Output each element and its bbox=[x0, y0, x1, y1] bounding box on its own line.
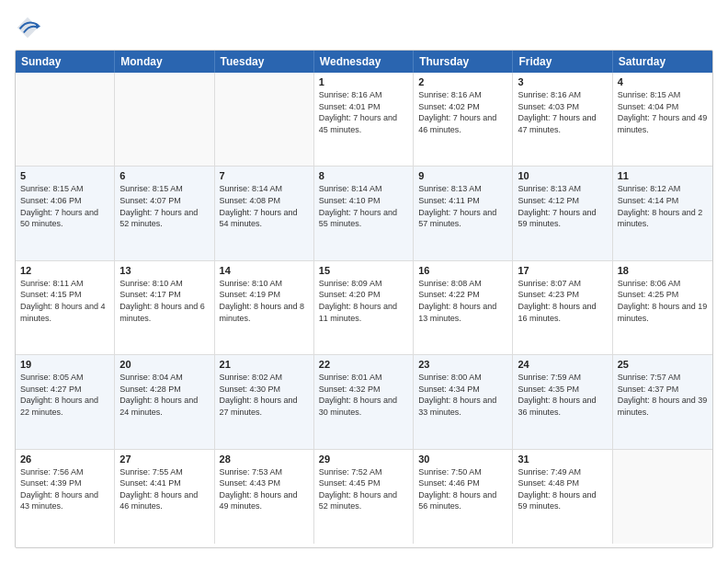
day-cell-5: 5Sunrise: 8:15 AM Sunset: 4:06 PM Daylig… bbox=[16, 167, 115, 259]
day-cell-21: 21Sunrise: 8:02 AM Sunset: 4:30 PM Dayli… bbox=[215, 355, 314, 448]
day-number: 4 bbox=[618, 76, 708, 87]
day-info: Sunrise: 8:12 AM Sunset: 4:14 PM Dayligh… bbox=[618, 183, 708, 229]
day-cell-20: 20Sunrise: 8:04 AM Sunset: 4:28 PM Dayli… bbox=[115, 355, 214, 448]
header-day-monday: Monday bbox=[115, 51, 214, 73]
day-cell-22: 22Sunrise: 8:01 AM Sunset: 4:32 PM Dayli… bbox=[314, 355, 414, 448]
day-number: 31 bbox=[518, 454, 607, 465]
empty-cell bbox=[16, 73, 115, 166]
day-number: 26 bbox=[20, 454, 109, 465]
day-cell-11: 11Sunrise: 8:12 AM Sunset: 4:14 PM Dayli… bbox=[613, 167, 712, 259]
day-number: 7 bbox=[220, 170, 309, 181]
empty-cell bbox=[215, 73, 314, 166]
day-number: 23 bbox=[418, 359, 507, 370]
day-cell-29: 29Sunrise: 7:52 AM Sunset: 4:45 PM Dayli… bbox=[314, 450, 414, 544]
day-info: Sunrise: 8:06 AM Sunset: 4:25 PM Dayligh… bbox=[618, 278, 708, 324]
day-info: Sunrise: 8:00 AM Sunset: 4:34 PM Dayligh… bbox=[418, 372, 507, 418]
day-cell-10: 10Sunrise: 8:13 AM Sunset: 4:12 PM Dayli… bbox=[513, 167, 612, 259]
day-number: 30 bbox=[418, 454, 507, 465]
day-number: 6 bbox=[119, 170, 209, 181]
day-number: 15 bbox=[319, 265, 408, 276]
day-cell-13: 13Sunrise: 8:10 AM Sunset: 4:17 PM Dayli… bbox=[115, 261, 214, 354]
day-info: Sunrise: 7:59 AM Sunset: 4:35 PM Dayligh… bbox=[518, 372, 607, 418]
day-number: 18 bbox=[618, 265, 708, 276]
day-number: 17 bbox=[518, 265, 607, 276]
day-cell-23: 23Sunrise: 8:00 AM Sunset: 4:34 PM Dayli… bbox=[414, 355, 513, 448]
calendar: SundayMondayTuesdayWednesdayThursdayFrid… bbox=[15, 50, 713, 548]
day-cell-4: 4Sunrise: 8:15 AM Sunset: 4:04 PM Daylig… bbox=[613, 73, 712, 166]
day-info: Sunrise: 7:52 AM Sunset: 4:45 PM Dayligh… bbox=[319, 466, 408, 512]
week-row-4: 19Sunrise: 8:05 AM Sunset: 4:27 PM Dayli… bbox=[16, 355, 712, 449]
week-row-5: 26Sunrise: 7:56 AM Sunset: 4:39 PM Dayli… bbox=[16, 450, 712, 544]
day-cell-1: 1Sunrise: 8:16 AM Sunset: 4:01 PM Daylig… bbox=[314, 73, 414, 166]
day-number: 20 bbox=[119, 359, 209, 370]
day-info: Sunrise: 8:16 AM Sunset: 4:02 PM Dayligh… bbox=[418, 89, 507, 135]
day-number: 8 bbox=[319, 170, 408, 181]
day-number: 27 bbox=[119, 454, 209, 465]
day-cell-12: 12Sunrise: 8:11 AM Sunset: 4:15 PM Dayli… bbox=[16, 261, 115, 354]
empty-cell bbox=[613, 450, 712, 544]
day-number: 13 bbox=[119, 265, 209, 276]
day-cell-31: 31Sunrise: 7:49 AM Sunset: 4:48 PM Dayli… bbox=[513, 450, 612, 544]
day-info: Sunrise: 8:11 AM Sunset: 4:15 PM Dayligh… bbox=[20, 278, 109, 324]
day-info: Sunrise: 7:57 AM Sunset: 4:37 PM Dayligh… bbox=[618, 372, 708, 418]
day-cell-30: 30Sunrise: 7:50 AM Sunset: 4:46 PM Dayli… bbox=[414, 450, 513, 544]
day-info: Sunrise: 7:50 AM Sunset: 4:46 PM Dayligh… bbox=[418, 466, 507, 512]
day-cell-17: 17Sunrise: 8:07 AM Sunset: 4:23 PM Dayli… bbox=[513, 261, 612, 354]
day-info: Sunrise: 8:15 AM Sunset: 4:04 PM Dayligh… bbox=[618, 89, 708, 135]
header-day-sunday: Sunday bbox=[16, 51, 115, 73]
header-day-saturday: Saturday bbox=[613, 51, 712, 73]
day-info: Sunrise: 8:15 AM Sunset: 4:07 PM Dayligh… bbox=[119, 183, 209, 229]
page: SundayMondayTuesdayWednesdayThursdayFrid… bbox=[0, 0, 728, 563]
day-number: 21 bbox=[220, 359, 309, 370]
day-cell-7: 7Sunrise: 8:14 AM Sunset: 4:08 PM Daylig… bbox=[215, 167, 314, 259]
day-info: Sunrise: 8:10 AM Sunset: 4:17 PM Dayligh… bbox=[119, 278, 209, 324]
day-info: Sunrise: 8:01 AM Sunset: 4:32 PM Dayligh… bbox=[319, 372, 408, 418]
day-cell-27: 27Sunrise: 7:55 AM Sunset: 4:41 PM Dayli… bbox=[115, 450, 214, 544]
day-number: 24 bbox=[518, 359, 607, 370]
logo-icon bbox=[15, 15, 40, 40]
day-number: 5 bbox=[20, 170, 109, 181]
week-row-3: 12Sunrise: 8:11 AM Sunset: 4:15 PM Dayli… bbox=[16, 261, 712, 355]
week-row-2: 5Sunrise: 8:15 AM Sunset: 4:06 PM Daylig… bbox=[16, 167, 712, 260]
day-number: 9 bbox=[418, 170, 507, 181]
header-day-tuesday: Tuesday bbox=[215, 51, 314, 73]
day-info: Sunrise: 8:02 AM Sunset: 4:30 PM Dayligh… bbox=[220, 372, 309, 418]
header-day-thursday: Thursday bbox=[414, 51, 513, 73]
day-info: Sunrise: 8:14 AM Sunset: 4:10 PM Dayligh… bbox=[319, 183, 408, 229]
day-cell-8: 8Sunrise: 8:14 AM Sunset: 4:10 PM Daylig… bbox=[314, 167, 414, 259]
day-cell-18: 18Sunrise: 8:06 AM Sunset: 4:25 PM Dayli… bbox=[613, 261, 712, 354]
header-day-wednesday: Wednesday bbox=[314, 51, 414, 73]
day-number: 3 bbox=[518, 76, 607, 87]
day-info: Sunrise: 7:49 AM Sunset: 4:48 PM Dayligh… bbox=[518, 466, 607, 512]
day-info: Sunrise: 7:56 AM Sunset: 4:39 PM Dayligh… bbox=[20, 466, 109, 512]
day-number: 28 bbox=[220, 454, 309, 465]
day-number: 11 bbox=[618, 170, 708, 181]
day-info: Sunrise: 7:53 AM Sunset: 4:43 PM Dayligh… bbox=[220, 466, 309, 512]
day-cell-28: 28Sunrise: 7:53 AM Sunset: 4:43 PM Dayli… bbox=[215, 450, 314, 544]
day-info: Sunrise: 8:13 AM Sunset: 4:12 PM Dayligh… bbox=[518, 183, 607, 229]
day-number: 12 bbox=[20, 265, 109, 276]
day-cell-2: 2Sunrise: 8:16 AM Sunset: 4:02 PM Daylig… bbox=[414, 73, 513, 166]
day-info: Sunrise: 7:55 AM Sunset: 4:41 PM Dayligh… bbox=[119, 466, 209, 512]
day-number: 1 bbox=[319, 76, 408, 87]
day-info: Sunrise: 8:16 AM Sunset: 4:01 PM Dayligh… bbox=[319, 89, 408, 135]
day-number: 25 bbox=[618, 359, 708, 370]
week-row-1: 1Sunrise: 8:16 AM Sunset: 4:01 PM Daylig… bbox=[16, 73, 712, 167]
day-cell-3: 3Sunrise: 8:16 AM Sunset: 4:03 PM Daylig… bbox=[513, 73, 612, 166]
day-number: 14 bbox=[220, 265, 309, 276]
day-info: Sunrise: 8:05 AM Sunset: 4:27 PM Dayligh… bbox=[20, 372, 109, 418]
calendar-header: SundayMondayTuesdayWednesdayThursdayFrid… bbox=[16, 51, 712, 73]
logo bbox=[15, 15, 42, 40]
header-day-friday: Friday bbox=[513, 51, 612, 73]
day-number: 10 bbox=[518, 170, 607, 181]
empty-cell bbox=[115, 73, 214, 166]
day-info: Sunrise: 8:08 AM Sunset: 4:22 PM Dayligh… bbox=[418, 278, 507, 324]
day-number: 2 bbox=[418, 76, 507, 87]
day-number: 16 bbox=[418, 265, 507, 276]
calendar-body: 1Sunrise: 8:16 AM Sunset: 4:01 PM Daylig… bbox=[16, 73, 712, 544]
day-cell-9: 9Sunrise: 8:13 AM Sunset: 4:11 PM Daylig… bbox=[414, 167, 513, 259]
header bbox=[15, 15, 713, 40]
day-info: Sunrise: 8:10 AM Sunset: 4:19 PM Dayligh… bbox=[220, 278, 309, 324]
day-info: Sunrise: 8:07 AM Sunset: 4:23 PM Dayligh… bbox=[518, 278, 607, 324]
day-cell-6: 6Sunrise: 8:15 AM Sunset: 4:07 PM Daylig… bbox=[115, 167, 214, 259]
